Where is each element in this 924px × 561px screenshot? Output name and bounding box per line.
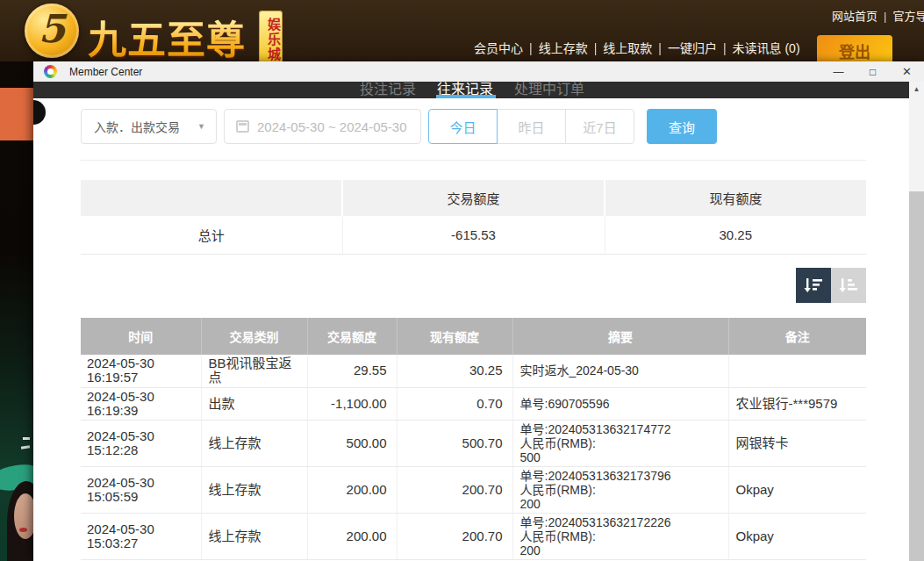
transaction-type-dropdown[interactable]: 入款．出款交易 ▼ (81, 109, 217, 144)
record-cell-note: Okpay (728, 466, 866, 513)
sort-ascending-icon (839, 277, 858, 294)
summary-header-empty (81, 180, 342, 216)
window-scrollbar[interactable]: ▲ (909, 82, 924, 561)
record-cell-time: 2024-05-30 15:03:27 (81, 513, 201, 559)
floating-widget-peek[interactable] (33, 100, 46, 125)
scroll-up-arrow-icon[interactable]: ▲ (909, 82, 924, 97)
date-range-value: 2024-05-30 ~ 2024-05-30 (257, 119, 407, 134)
record-cell-balance: 500.70 (397, 420, 512, 466)
main-nav-item-2[interactable]: 线上取款 (603, 41, 652, 55)
tab-processing-orders[interactable]: 处理中订单 (514, 82, 584, 98)
window-titlebar: Member Center — □ ✕ (33, 61, 924, 82)
record-cell-balance: 200.70 (397, 513, 512, 559)
search-button[interactable]: 查询 (647, 109, 717, 144)
record-cell-type: 线上存款 (201, 420, 307, 466)
record-cell-note (728, 355, 866, 387)
main-nav: 会员中心|线上存款|线上取款|一键归户|未读讯息 (0) (474, 39, 800, 56)
tab-betting-records[interactable]: 投注记录 (360, 82, 416, 98)
record-cell-amount: 29.55 (307, 355, 397, 387)
header-type: 交易类别 (201, 318, 307, 355)
last-7-days-button[interactable]: 近7日 (565, 109, 634, 144)
quick-date-buttons: 今日 昨日 近7日 (429, 109, 634, 144)
record-cell-summary: 单号:202405313632172226人民币(RMB):200 (512, 513, 728, 559)
summary-header-transaction: 交易额度 (342, 180, 605, 216)
window-content: 入款．出款交易 ▼ 2024-05-30 ~ 2024-05-30 今日 昨日 … (33, 98, 909, 561)
sort-ascending-button[interactable] (831, 268, 866, 303)
record-cell-balance: 30.25 (397, 355, 512, 387)
summary-table: 交易额度 现有额度 总计 -615.53 30.25 (81, 180, 866, 255)
window-controls: — □ ✕ (821, 61, 924, 82)
record-cell-time: 2024-05-30 15:12:28 (81, 420, 201, 466)
record-cell-summary: 单号:202405313632174772人民币(RMB):500 (512, 420, 728, 466)
member-center-window: Member Center — □ ✕ 投注记录 往来记录 处理中订单 入款．出… (33, 61, 924, 561)
dropdown-value: 入款．出款交易 (94, 118, 180, 135)
record-cell-time: 2024-05-30 15:05:59 (81, 466, 201, 513)
record-cell-type: BB视讯骰宝返点 (201, 355, 307, 387)
date-range-input[interactable]: 2024-05-30 ~ 2024-05-30 (224, 109, 421, 144)
brand-title: 九五至尊 (88, 9, 246, 65)
header-summary: 摘要 (512, 318, 728, 355)
summary-header-row: 交易额度 现有额度 (81, 180, 866, 216)
record-row: 2024-05-30 16:19:39出款-1,100.000.70单号:690… (81, 387, 866, 420)
summary-transaction-amount: -615.53 (342, 216, 605, 254)
summary-current-amount: 30.25 (605, 216, 866, 254)
close-button[interactable]: ✕ (890, 61, 924, 82)
site-header: 5 九五至尊 娱乐城 网站首页|官方导航 会员中心|线上存款|线上取款|一键归户… (0, 0, 924, 61)
brand-logo-glyph: 5 (25, 6, 79, 51)
records-table-body: 2024-05-30 16:19:57BB视讯骰宝返点29.5530.25实时返… (81, 355, 866, 559)
record-cell-amount: 200.00 (307, 513, 397, 559)
summary-total-row: 总计 -615.53 30.25 (81, 216, 866, 254)
maximize-button[interactable]: □ (856, 61, 890, 82)
record-cell-note: 网银转卡 (728, 420, 866, 466)
sort-descending-button[interactable] (796, 268, 831, 303)
record-cell-amount: -1,100.00 (307, 387, 397, 420)
records-table: 时间 交易类别 交易额度 现有额度 摘要 备注 2024-05-30 16:19… (81, 318, 866, 560)
scrollbar-thumb[interactable] (909, 191, 924, 561)
record-cell-note: 农业银行-***9579 (728, 387, 866, 420)
sort-buttons (796, 268, 866, 303)
nav-separator: | (884, 10, 886, 23)
record-cell-balance: 200.70 (397, 466, 512, 513)
top-links-item-0[interactable]: 网站首页 (832, 10, 877, 23)
main-nav-item-0[interactable]: 会员中心 (474, 41, 523, 55)
minimize-button[interactable]: — (821, 61, 856, 82)
summary-total-label: 总计 (81, 216, 342, 254)
chevron-down-icon: ▼ (197, 122, 205, 131)
divider (81, 160, 866, 161)
sort-descending-icon (804, 277, 823, 294)
record-row: 2024-05-30 15:12:28线上存款500.00500.70单号:20… (81, 420, 866, 466)
brand-badge: 娱乐城 (259, 11, 283, 67)
yesterday-button[interactable]: 昨日 (497, 109, 566, 144)
header-note: 备注 (728, 318, 866, 355)
background-page-artwork (0, 61, 33, 561)
nav-separator: | (529, 41, 533, 55)
top-links-item-1[interactable]: 官方导航 (892, 10, 924, 23)
record-cell-amount: 500.00 (307, 420, 397, 466)
today-button[interactable]: 今日 (428, 109, 498, 144)
screen: 5 九五至尊 娱乐城 网站首页|官方导航 会员中心|线上存款|线上取款|一键归户… (0, 0, 924, 561)
main-nav-item-1[interactable]: 线上存款 (539, 41, 588, 55)
record-cell-balance: 0.70 (397, 387, 512, 420)
summary-header-current: 现有额度 (605, 180, 866, 216)
main-nav-item-3[interactable]: 一键归户 (668, 41, 717, 55)
record-cell-summary: 单号:690705596 (512, 387, 728, 420)
member-center-app-icon (44, 65, 57, 78)
tab-bar: 投注记录 往来记录 处理中订单 (33, 82, 909, 98)
nav-separator: | (658, 41, 662, 55)
record-cell-type: 线上存款 (201, 513, 307, 559)
record-cell-time: 2024-05-30 16:19:39 (81, 387, 201, 420)
record-row: 2024-05-30 16:19:57BB视讯骰宝返点29.5530.25实时返… (81, 355, 866, 387)
header-amount: 交易额度 (307, 318, 397, 355)
header-time: 时间 (81, 318, 201, 355)
background-text-mark (23, 437, 30, 440)
record-row: 2024-05-30 15:05:59线上存款200.00200.70单号:20… (81, 466, 866, 513)
record-row: 2024-05-30 15:03:27线上存款200.00200.70单号:20… (81, 513, 866, 559)
background-model-lips (19, 528, 27, 532)
background-text-mark (21, 445, 30, 449)
main-nav-item-4[interactable]: 未读讯息 (0) (733, 41, 800, 55)
background-orange-block (0, 88, 33, 140)
top-links: 网站首页|官方导航 (832, 7, 924, 24)
brand-logo-icon[interactable]: 5 (25, 4, 79, 58)
record-cell-type: 线上存款 (201, 466, 307, 513)
record-cell-type: 出款 (201, 387, 307, 420)
